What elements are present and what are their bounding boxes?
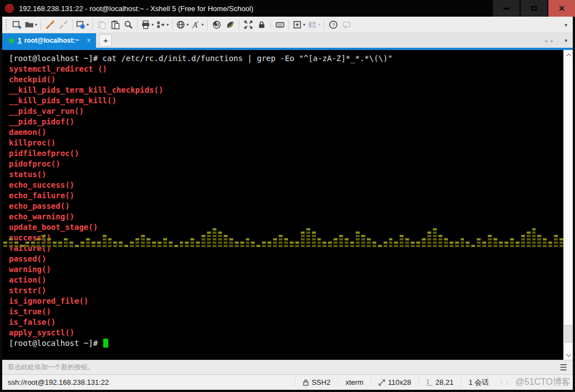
cursor-position-indicator: 28,21 <box>418 378 461 386</box>
toolbar-drag-handle[interactable] <box>4 19 7 31</box>
print-button[interactable]: ▾ <box>140 18 155 32</box>
maximize-icon <box>531 6 537 11</box>
disconnect-icon <box>59 20 68 29</box>
function-output-line: strstr() <box>9 285 563 296</box>
command-line: [root@localhost ~]# cat /etc/rc.d/init.d… <box>9 53 563 64</box>
protocol-indicator: SSH2 <box>295 378 337 386</box>
svg-text:?: ? <box>332 22 335 28</box>
font-dropdown-arrow[interactable]: ▾ <box>201 22 204 27</box>
function-output-line: __pids_var_run() <box>9 106 563 117</box>
function-output-line: killproc() <box>9 138 563 148</box>
find-button[interactable] <box>122 18 135 32</box>
font-button[interactable]: A ▾ <box>190 18 205 32</box>
copy-icon <box>97 20 107 29</box>
resize-icon <box>379 379 385 386</box>
xftp-button[interactable] <box>223 18 236 32</box>
disconnect-button[interactable] <box>57 18 70 32</box>
minimize-button[interactable] <box>493 0 519 17</box>
function-output-line: __pids_pidof() <box>9 117 563 127</box>
function-output-line: pidfileofproc() <box>9 148 563 159</box>
function-output-line: apply_sysctl() <box>9 328 563 338</box>
function-output-line: echo_success() <box>9 180 563 190</box>
lock-icon <box>257 20 266 29</box>
toolbar-separator <box>239 19 239 30</box>
function-output-line: __kill_pids_term_kill_checkpids() <box>9 85 563 96</box>
function-output-line: update_boot_stage() <box>9 222 563 233</box>
terminal-lines: [root@localhost ~]# cat /etc/rc.d/init.d… <box>9 53 563 349</box>
transfer-dropdown-arrow[interactable]: ▾ <box>167 22 169 27</box>
scroll-up-icon[interactable] <box>564 50 573 59</box>
status-right-group: SSH2 xterm 110x28 28,21 1 会话 ↑↓ <box>295 378 514 388</box>
virtual-keyboard-button[interactable] <box>273 18 286 32</box>
toolbar-overflow-arrow[interactable]: ▾ <box>564 22 567 28</box>
function-output-line: success() <box>9 233 563 243</box>
function-output-line: action() <box>9 275 563 285</box>
quick-bar-hint: 双击此处添加一个新的按钮。 <box>8 363 94 372</box>
close-button[interactable]: ✕ <box>548 0 575 17</box>
tab-prev-icon[interactable]: ◂ <box>544 37 547 44</box>
tab-close-icon[interactable]: × <box>87 37 90 44</box>
quick-bar-menu-icon[interactable]: ☰ <box>560 363 567 373</box>
function-output-line: is_ignored_file() <box>9 296 563 306</box>
function-output-line: echo_passed() <box>9 201 563 212</box>
ssh-lock-icon <box>303 379 309 386</box>
maximize-button[interactable] <box>521 0 547 17</box>
cursor-position-label: 28,21 <box>436 378 454 386</box>
transfer-button[interactable]: ▾ <box>155 18 170 32</box>
encoding-dropdown-arrow[interactable]: ▾ <box>186 22 189 27</box>
terminal-cursor <box>103 339 108 348</box>
toolbar-separator <box>72 19 73 30</box>
font-icon: A <box>191 20 200 29</box>
function-output-line: is_true() <box>9 306 563 317</box>
tab-next-icon[interactable]: ▸ <box>551 37 554 44</box>
session-properties-dropdown-arrow[interactable]: ▾ <box>87 22 89 27</box>
help-icon: ? <box>329 20 338 29</box>
session-properties-button[interactable]: ▾ <box>75 18 90 32</box>
tile-windows-icon <box>307 20 317 29</box>
toolbar-separator <box>289 19 289 30</box>
new-window-dropdown-arrow[interactable]: ▾ <box>303 22 305 27</box>
tile-windows-button[interactable]: ▾ <box>306 18 321 32</box>
help-button[interactable]: ? <box>326 18 340 32</box>
lock-button[interactable] <box>255 18 268 32</box>
print-dropdown-arrow[interactable]: ▾ <box>152 22 154 27</box>
scrollbar-thumb[interactable] <box>564 325 572 343</box>
xftp-icon <box>225 20 235 29</box>
xshell-button[interactable] <box>210 18 223 32</box>
close-icon: ✕ <box>558 4 565 12</box>
open-session-dropdown-arrow[interactable]: ▾ <box>35 22 37 27</box>
function-output-line: status() <box>9 169 563 180</box>
scroll-down-icon[interactable] <box>564 350 573 360</box>
tab-root-localhost[interactable]: 1 root@localhost:~ × <box>2 33 96 48</box>
xshell-icon <box>212 20 221 29</box>
terminal-scrollbar[interactable] <box>563 50 573 360</box>
terminal[interactable]: [root@localhost ~]# cat /etc/rc.d/init.d… <box>2 50 563 360</box>
tab-label: root@localhost:~ <box>24 37 79 44</box>
toolbar-separator <box>137 19 138 30</box>
function-output-line: systemctl_redirect () <box>9 64 563 74</box>
quick-button-bar[interactable]: 双击此处添加一个新的按钮。 ☰ <box>2 360 573 374</box>
new-tab-button[interactable]: + <box>99 34 112 47</box>
fullscreen-button[interactable] <box>241 18 255 32</box>
toolbar-separator <box>172 19 173 30</box>
tab-navigation: ◂ ▸ ▾ <box>544 33 573 48</box>
paste-button[interactable] <box>108 18 122 32</box>
open-session-button[interactable]: ▾ <box>23 18 38 32</box>
terminal-type-label: xterm <box>345 378 364 386</box>
paste-icon <box>110 20 120 29</box>
function-output-line: echo_failure() <box>9 190 563 201</box>
function-output-line: checkpid() <box>9 74 563 85</box>
new-session-icon <box>12 20 22 29</box>
encoding-button[interactable]: ▾ <box>175 18 190 32</box>
new-window-icon <box>292 20 302 29</box>
new-session-button[interactable] <box>10 18 23 32</box>
tab-menu-arrow-icon[interactable]: ▾ <box>564 38 567 43</box>
tile-windows-dropdown-arrow[interactable]: ▾ <box>318 22 320 27</box>
tab-bar: 1 root@localhost:~ × + ◂ ▸ ▾ <box>2 33 573 48</box>
toolbar: ▾ ▾ ▾ ▾ <box>2 17 573 33</box>
connect-button[interactable] <box>43 18 57 32</box>
copy-button[interactable] <box>95 18 108 32</box>
session-count-indicator: 1 会话 <box>461 378 496 388</box>
new-window-button[interactable]: ▾ <box>291 18 306 32</box>
feedback-button[interactable] <box>340 18 353 32</box>
